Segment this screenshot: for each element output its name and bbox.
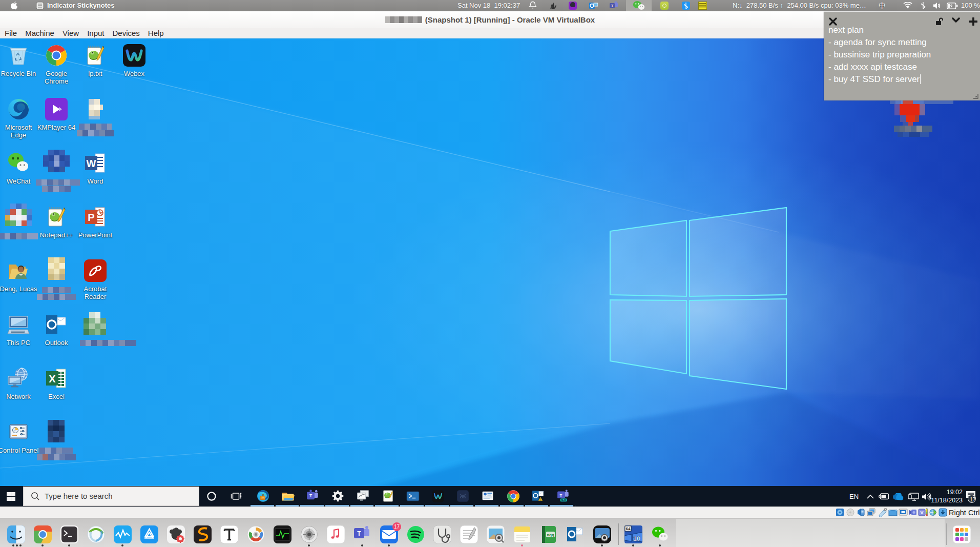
- svg-text:NEW: NEW: [561, 499, 567, 501]
- svg-text:nqq: nqq: [547, 533, 554, 537]
- svg-text:64: 64: [626, 526, 631, 531]
- svg-text:T: T: [611, 4, 614, 8]
- svg-text:T: T: [357, 530, 361, 537]
- svg-text:X: X: [49, 373, 56, 384]
- svg-text:10: 10: [633, 535, 640, 542]
- svg-text:T: T: [560, 493, 562, 498]
- svg-text:T: T: [309, 493, 312, 498]
- svg-text:W: W: [87, 158, 96, 169]
- svg-text:V: V: [920, 510, 923, 515]
- svg-text:P: P: [88, 212, 94, 223]
